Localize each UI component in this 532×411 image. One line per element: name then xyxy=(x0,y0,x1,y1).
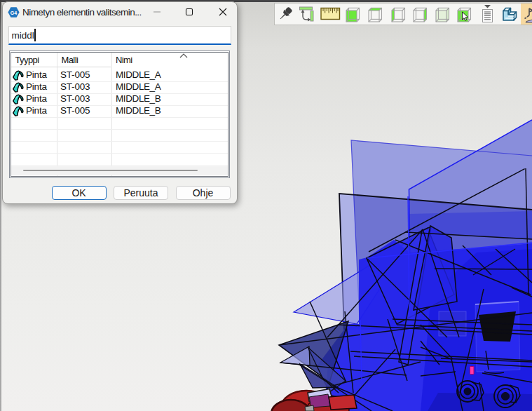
svg-text:G4: G4 xyxy=(11,11,17,15)
